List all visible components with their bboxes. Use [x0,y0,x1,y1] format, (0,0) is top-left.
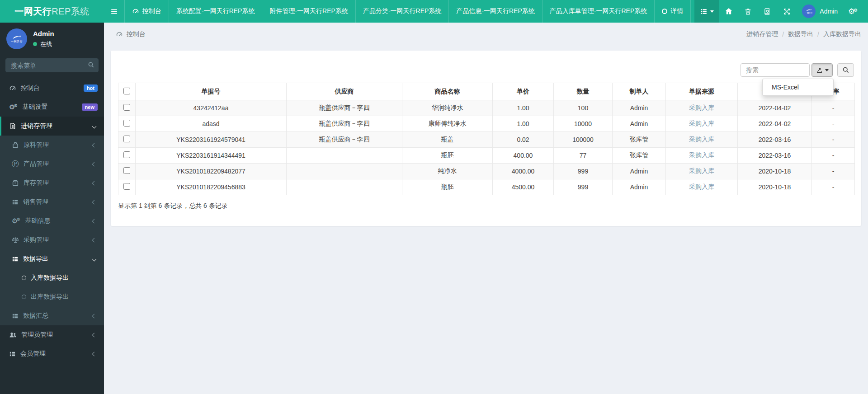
col-header-creator[interactable]: 制单人 [613,83,666,100]
avatar-brand-text: 一网天行 [11,40,23,43]
cell-supplier: 瓶盖供应商－李四 [287,100,402,116]
sidebar-item-member-mgmt[interactable]: 会员管理 [0,344,104,363]
chevron-left-icon [92,162,97,166]
breadcrumb-link-data-export[interactable]: 数据导出 [788,30,813,38]
sidebar-item-outbound-data-export[interactable]: 出库数据导出 [0,287,104,306]
table-row: YKS2010182209456883 瓶胚 4500.00 999 Admin… [118,179,855,195]
export-button[interactable] [811,63,833,77]
sidebar-item-purchase-mgmt[interactable]: 采购管理 [0,230,104,249]
gears-icon [848,7,858,16]
cell-tax-rate: - [812,100,855,116]
sidebar-item-data-export[interactable]: 数据导出 [0,249,104,268]
row-checkbox[interactable] [123,136,130,142]
sidebar-item-data-summary[interactable]: 数据汇总 [0,306,104,325]
breadcrumb-separator: / [782,31,784,38]
breadcrumb-link-inventory[interactable]: 进销存管理 [746,30,778,38]
cell-source: 采购入库 [666,116,738,132]
sidebar-item-sales-mgmt[interactable]: 销售管理 [0,192,104,211]
caret-down-icon [825,69,829,71]
chevron-left-icon [92,200,97,204]
app-logo[interactable]: 一网天行REP系统 [0,0,104,23]
col-header-doc-no[interactable]: 单据号 [136,83,287,100]
row-checkbox[interactable] [123,183,130,190]
fullscreen-button[interactable] [777,0,797,23]
breadcrumb-home[interactable]: 控制台 [116,30,146,38]
row-checkbox[interactable] [123,104,130,111]
sidebar-item-inbound-data-export[interactable]: 入库数据导出 [0,268,104,287]
cell-doc-no: YKS2203161914344491 [136,148,287,164]
avatar[interactable]: 一网天行 [6,28,27,49]
cell-tax-rate: - [812,179,855,195]
row-checkbox[interactable] [123,151,130,158]
col-header-unit-price[interactable]: 单价 [493,83,554,100]
online-status-label: 在线 [40,40,52,48]
sidebar-item-label: 采购管理 [24,236,49,244]
sidebar-item-label: 原料管理 [24,141,49,149]
scales-icon [12,236,19,244]
sidebar-item-admin-mgmt[interactable]: 管理员管理 [0,325,104,344]
cell-quantity: 10000 [554,116,613,132]
col-header-quantity[interactable]: 数量 [554,83,613,100]
sidebar-item-basic-settings[interactable]: 基础设置 new [0,98,104,117]
cell-creator: 张库管 [613,148,666,164]
sidebar-item-inventory-mgmt[interactable]: 进销存管理 [0,117,104,136]
nav-item-label: 附件管理-一网天行REP系统 [269,7,348,15]
sidebar-menu: 控制台 hot 基础设置 new 进销存管理 原料管理 产品管理 [0,79,104,363]
sidebar-item-basic-info[interactable]: 基础信息 [0,211,104,230]
cell-source: 采购入库 [666,132,738,148]
sidebar-item-label: 产品管理 [24,160,49,168]
sidebar-item-stock-mgmt[interactable]: 库存管理 [0,174,104,192]
nav-item-product-inbound[interactable]: 产品入库单管理-一网天行REP系统 [542,0,655,23]
user-name-label: Admin [820,8,838,15]
col-header-supplier[interactable]: 供应商 [287,83,402,100]
chevron-left-icon [92,314,97,318]
table-row: 43242412aa 瓶盖供应商－李四 华润纯净水 1.00 100 Admin… [118,100,855,116]
nav-item-attachment[interactable]: 附件管理-一网天行REP系统 [262,0,355,23]
nav-item-system-config[interactable]: 系统配置-一网天行REP系统 [169,0,262,23]
cell-quantity: 999 [554,179,613,195]
p-circle-icon [12,159,19,169]
cell-quantity: 77 [554,148,613,164]
breadcrumb-current: 入库数据导出 [823,30,861,38]
settings-button[interactable] [843,0,863,23]
export-dropdown-menu: MS-Excel [762,79,834,96]
search-icon[interactable] [88,61,94,68]
cell-supplier: 瓶盖供应商－李四 [287,116,402,132]
sidebar-item-console[interactable]: 控制台 hot [0,79,104,98]
clear-cache-button[interactable] [758,0,777,23]
trash-button[interactable] [738,0,758,23]
sidebar-submenu-level3: 入库数据导出 出库数据导出 [0,268,104,306]
cell-unit-price: 4000.00 [493,164,554,179]
breadcrumb-separator: / [817,31,819,38]
sidebar-search-input[interactable] [5,58,99,72]
row-checkbox[interactable] [123,120,130,127]
circle-icon [662,9,667,14]
col-header-source[interactable]: 单据来源 [666,83,738,100]
export-ms-excel-option[interactable]: MS-Excel [763,81,833,93]
col-header-product-name[interactable]: 商品名称 [402,83,493,100]
nav-item-console[interactable]: 控制台 [125,0,169,23]
cell-product-name: 康师傅纯净水 [402,116,493,132]
cell-create-time: 2020-10-18 [738,164,812,179]
list-dropdown-toggle[interactable] [694,0,719,23]
export-icon [816,67,823,74]
cell-doc-no: YKS2010182209482077 [136,164,287,179]
sidebar-item-product-mgmt[interactable]: 产品管理 [0,155,104,174]
home-button[interactable] [719,0,738,23]
nav-item-product-info[interactable]: 产品信息-一网天行REP系统 [449,0,542,23]
cell-quantity: 100000 [554,132,613,148]
nav-item-detail[interactable]: 详情 [655,0,691,23]
table-panel: MS-Excel 单据号 供应商 商品名称 单价 数量 制单人 单据来源 制单时… [111,51,861,226]
cell-source: 采购入库 [666,148,738,164]
nav-item-product-category[interactable]: 产品分类-一网天行REP系统 [356,0,449,23]
select-all-checkbox[interactable] [123,88,130,94]
row-select-cell [118,100,136,116]
table-search-button[interactable] [837,63,854,77]
cell-product-name: 瓶胚 [402,148,493,164]
table-search-input[interactable] [741,63,810,77]
nav-item-label: 产品入库单管理-一网天行REP系统 [550,7,647,15]
sidebar-item-raw-material[interactable]: 原料管理 [0,136,104,155]
user-menu[interactable]: 一网天行 Admin [797,0,843,23]
row-checkbox[interactable] [123,167,130,174]
sidebar-toggle-button[interactable] [104,0,125,23]
